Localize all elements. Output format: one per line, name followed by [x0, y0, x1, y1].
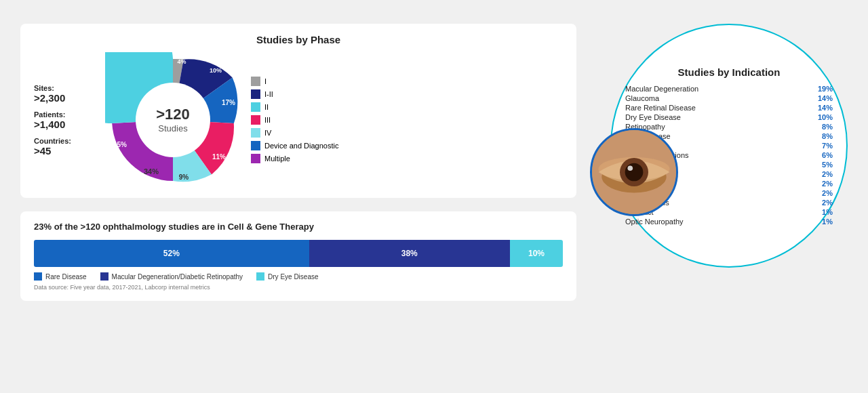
svg-text:9%: 9% [179, 173, 189, 181]
indication-pct: 1% [822, 208, 833, 216]
indication-label: Macular Degeneration [625, 85, 698, 93]
indication-pct: 2% [822, 199, 833, 207]
stat-sites-label: Sites: [34, 84, 95, 92]
legend-label-multiple: Multiple [264, 154, 290, 163]
stat-patients-value: >1,400 [34, 119, 95, 130]
donut-chart: 4% 10% 17% 11% 9% 15% 34% >120 Studies [105, 52, 241, 188]
data-source: Data source: Five year data, 2017-2021, … [34, 284, 563, 291]
svg-text:34%: 34% [144, 167, 159, 175]
bar-legend-label-macular: Macular Degeneration/Diabetic Retinopath… [112, 273, 243, 281]
legend-swatch-II [251, 102, 260, 112]
bar-chart: 52% 38% 10% [34, 240, 563, 267]
studies-by-phase-title: Studies by Phase [256, 34, 340, 45]
eye-image [590, 128, 678, 216]
bar-legend-dryeye: Dry Eye Disease [256, 272, 318, 281]
gene-therapy-card: 23% of the >120 ophthalmology studies ar… [20, 211, 576, 301]
indication-pct: 14% [818, 104, 833, 112]
bar-legend-label-dryeye: Dry Eye Disease [268, 273, 318, 281]
legend-item-III: III [251, 115, 338, 125]
indication-pct: 10% [818, 113, 833, 121]
main-container: Studies by Phase Sites: >2,300 Patients:… [14, 10, 854, 383]
bar-legend: Rare Disease Macular Degeneration/Diabet… [34, 272, 563, 281]
legend-label-IV: IV [264, 129, 271, 137]
indication-pct: 2% [822, 170, 833, 178]
stat-sites: Sites: >2,300 [34, 84, 95, 104]
svg-text:4%: 4% [177, 58, 186, 65]
legend-swatch-III [251, 115, 260, 125]
svg-point-12 [625, 163, 644, 182]
bar-legend-swatch-macular [100, 272, 108, 281]
indication-row: Macular Degeneration19% [625, 85, 833, 93]
indication-pct: 1% [822, 218, 833, 226]
svg-point-13 [627, 165, 633, 171]
legend-swatch-multiple [251, 154, 260, 163]
studies-by-phase-card: Studies by Phase Sites: >2,300 Patients:… [20, 24, 576, 198]
bar-legend-swatch-rare [34, 272, 42, 281]
indication-pct: 14% [818, 94, 833, 102]
svg-text:10%: 10% [210, 67, 222, 74]
indication-row: Dry Eye Disease10% [625, 113, 833, 121]
indication-pct: 6% [822, 151, 833, 159]
bar-legend-swatch-dryeye [256, 272, 264, 281]
indication-pct: 8% [822, 132, 833, 140]
stat-countries-value: >45 [34, 145, 95, 157]
legend-swatch-I-II [251, 89, 260, 99]
donut-center-label: Studies [156, 123, 190, 134]
indication-pct: 2% [822, 180, 833, 188]
donut-center-value: >120 [156, 106, 190, 123]
left-panel: Studies by Phase Sites: >2,300 Patients:… [20, 24, 576, 301]
indication-pct: 7% [822, 142, 833, 150]
indication-label: Dry Eye Disease [625, 113, 681, 121]
legend-item-I-II: I-II [251, 89, 338, 99]
indication-pct: 5% [822, 161, 833, 169]
legend-item-device: Device and Diagnostic [251, 141, 338, 150]
stat-countries-label: Countries: [34, 137, 95, 145]
svg-text:17%: 17% [222, 99, 235, 106]
indication-label: Glaucoma [625, 94, 659, 102]
indication-pct: 8% [822, 123, 833, 131]
indication-row: Rare Retinal Disease14% [625, 104, 833, 112]
legend-swatch-device [251, 141, 260, 150]
bar-segment-rare: 52% [34, 240, 309, 267]
legend-label-I: I [264, 77, 267, 85]
bar-legend-rare: Rare Disease [34, 272, 87, 281]
right-panel: Studies by Indication Macular Degenerati… [590, 24, 848, 268]
legend-swatch-IV [251, 128, 260, 138]
indication-pct: 19% [818, 85, 833, 93]
legend-label-I-II: I-II [264, 90, 273, 98]
legend-panel: I I-II II III [251, 77, 338, 163]
svg-text:15%: 15% [113, 141, 127, 148]
stat-patients-label: Patients: [34, 110, 95, 119]
phase-content: Sites: >2,300 Patients: >1,400 Countries… [34, 52, 563, 188]
donut-center: >120 Studies [156, 106, 190, 134]
legend-label-II: II [264, 103, 269, 111]
legend-item-I: I [251, 77, 338, 86]
stat-patients: Patients: >1,400 [34, 110, 95, 130]
bar-legend-macular: Macular Degeneration/Diabetic Retinopath… [100, 272, 243, 281]
bar-segment-dryeye: 10% [510, 240, 563, 267]
indication-row: Glaucoma14% [625, 94, 833, 102]
indication-row: Retinopathy8% [625, 123, 833, 131]
stat-countries: Countries: >45 [34, 137, 95, 157]
indication-label: Rare Retinal Disease [625, 104, 696, 112]
bar-legend-label-rare: Rare Disease [45, 273, 87, 281]
stat-sites-value: >2,300 [34, 92, 95, 104]
indication-pct: 2% [822, 189, 833, 197]
legend-item-II: II [251, 102, 338, 112]
eye-svg [592, 128, 676, 216]
gene-therapy-title: 23% of the >120 ophthalmology studies ar… [34, 222, 563, 232]
svg-text:11%: 11% [212, 153, 226, 161]
stats-panel: Sites: >2,300 Patients: >1,400 Countries… [34, 84, 95, 157]
legend-item-IV: IV [251, 128, 338, 138]
bar-segment-macular: 38% [309, 240, 510, 267]
legend-item-multiple: Multiple [251, 154, 338, 163]
legend-swatch-I [251, 77, 260, 86]
legend-label-device: Device and Diagnostic [264, 142, 338, 150]
indication-label: Optic Neuropathy [625, 218, 684, 226]
legend-label-III: III [264, 116, 271, 124]
indication-row: Optic Neuropathy1% [625, 218, 833, 226]
studies-by-indication-title: Studies by Indication [678, 66, 781, 78]
